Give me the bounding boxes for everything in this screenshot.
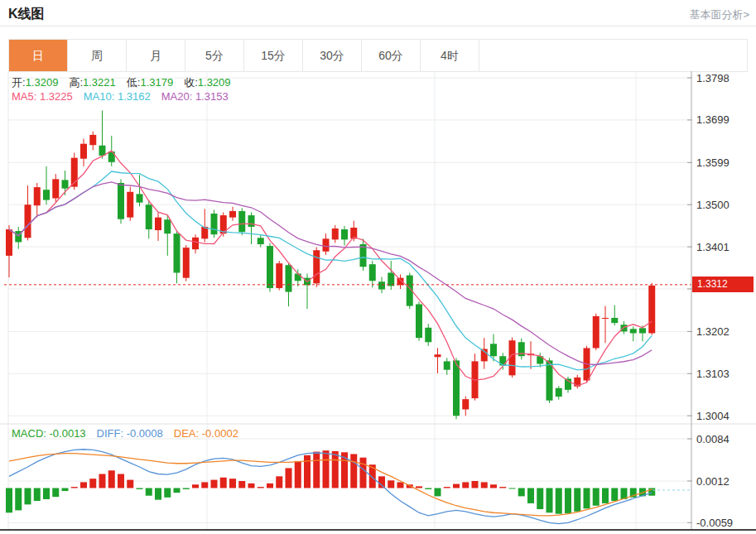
period-tabbar: 日周月5分15分30分60分4时	[8, 39, 748, 72]
page-header: K线图 基本面分析>	[0, 0, 756, 26]
ohlc-legend: 开:1.3209高:1.3221低:1.3179收:1.3209	[12, 75, 242, 90]
legend-ma10: MA10: 1.3162	[84, 90, 151, 103]
period-tab-4时[interactable]: 4时	[421, 40, 479, 71]
svg-text:0.0012: 0.0012	[696, 475, 730, 488]
svg-text:1.3103: 1.3103	[696, 368, 730, 380]
legend-close: 收:1.3209	[184, 76, 230, 89]
legend-open: 开:1.3209	[12, 76, 58, 89]
legend-diff: DIFF: -0.0008	[97, 427, 163, 440]
macd-legend: MACD: -0.0013DIFF: -0.0008DEA: -0.0002	[12, 427, 249, 440]
period-tab-周[interactable]: 周	[68, 40, 127, 71]
svg-text:0.0084: 0.0084	[696, 433, 730, 445]
svg-text:1.3202: 1.3202	[696, 325, 730, 338]
legend-ma20: MA20: 1.3153	[161, 90, 229, 103]
svg-text:1.3401: 1.3401	[696, 241, 730, 253]
ma-legend: MA5: 1.3225MA10: 1.3162MA20: 1.3153	[12, 90, 239, 103]
current-price-badge: 1.3312	[692, 277, 754, 292]
chart-area: 1.37981.36991.35991.35001.34011.32021.31…	[0, 71, 756, 534]
legend-low: 低:1.3179	[127, 76, 173, 89]
period-tab-月[interactable]: 月	[127, 40, 185, 71]
svg-text:1.3798: 1.3798	[696, 72, 730, 84]
legend-high: 高:1.3221	[69, 76, 115, 89]
legend-ma5: MA5: 1.3225	[12, 90, 73, 103]
legend-macd: MACD: -0.0013	[12, 427, 86, 440]
kline-page: K线图 基本面分析> 日周月5分15分30分60分4时 1.37981.3699…	[0, 0, 756, 534]
period-tab-30分[interactable]: 30分	[303, 40, 362, 71]
svg-text:1.3599: 1.3599	[696, 156, 730, 169]
page-title: K线图	[8, 6, 45, 23]
svg-text:-0.0059: -0.0059	[696, 517, 733, 529]
legend-dea: DEA: -0.0002	[174, 427, 238, 440]
svg-text:1.3699: 1.3699	[696, 113, 730, 126]
fundamental-analysis-link[interactable]: 基本面分析>	[689, 7, 749, 22]
period-tab-日[interactable]: 日	[9, 40, 68, 71]
period-tab-15分[interactable]: 15分	[244, 40, 303, 71]
kline-chart-svg[interactable]: 1.37981.36991.35991.35001.34011.32021.31…	[0, 71, 756, 534]
period-tab-60分[interactable]: 60分	[362, 40, 421, 71]
svg-text:1.3500: 1.3500	[696, 199, 730, 211]
period-tab-5分[interactable]: 5分	[185, 40, 244, 71]
svg-text:1.3004: 1.3004	[696, 410, 730, 422]
